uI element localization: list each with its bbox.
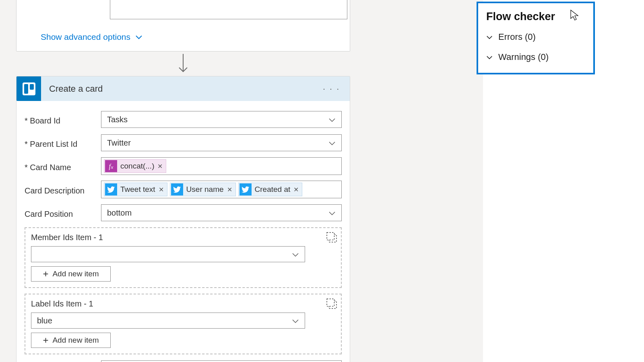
label-ids-group: Label Ids Item - 1 blue + Add new item bbox=[25, 294, 342, 354]
svg-rect-3 bbox=[30, 84, 34, 90]
remove-token-button[interactable]: ✕ bbox=[293, 186, 299, 193]
expression-token-label: concat(...) bbox=[120, 162, 154, 171]
token-label: Created at bbox=[255, 185, 291, 194]
show-advanced-options-link[interactable]: Show advanced options bbox=[41, 32, 142, 42]
svg-rect-2 bbox=[24, 84, 28, 94]
dynamic-token[interactable]: User name ✕ bbox=[170, 183, 236, 196]
cursor-icon bbox=[570, 10, 579, 23]
warnings-section-toggle[interactable]: Warnings (0) bbox=[486, 52, 585, 62]
dynamic-token[interactable]: Tweet text ✕ bbox=[104, 183, 167, 196]
connector-arrow-icon bbox=[177, 54, 189, 76]
board-id-label: Board Id bbox=[25, 114, 101, 125]
source-url-input[interactable]: null bbox=[101, 360, 342, 362]
errors-label: Errors (0) bbox=[498, 32, 536, 42]
flow-canvas: Show advanced options Create a card · · … bbox=[0, 0, 483, 362]
add-item-label: Add new item bbox=[52, 269, 99, 278]
errors-section-toggle[interactable]: Errors (0) bbox=[486, 32, 585, 42]
action-header[interactable]: Create a card · · · bbox=[17, 76, 350, 101]
card-description-input[interactable]: Tweet text ✕ User name ✕ Created at ✕ bbox=[101, 181, 342, 198]
token-label: Tweet text bbox=[120, 185, 155, 194]
chevron-down-icon bbox=[328, 208, 336, 218]
fx-icon bbox=[105, 160, 117, 172]
member-ids-label: Member Ids Item - 1 bbox=[31, 233, 335, 242]
card-position-label: Card Position bbox=[25, 207, 101, 219]
dynamic-token[interactable]: Created at ✕ bbox=[238, 183, 303, 196]
card-name-label: Card Name bbox=[25, 160, 101, 172]
switch-array-mode-button[interactable] bbox=[326, 298, 337, 309]
action-title: Create a card bbox=[41, 84, 320, 94]
card-description-label: Card Description bbox=[25, 184, 101, 195]
remove-token-button[interactable]: ✕ bbox=[227, 186, 232, 193]
chevron-down-icon bbox=[135, 33, 142, 41]
card-position-select[interactable]: bottom bbox=[101, 204, 342, 221]
chevron-down-icon bbox=[486, 33, 493, 41]
parent-list-id-value: Twitter bbox=[107, 138, 328, 148]
trello-icon bbox=[17, 76, 41, 101]
chevron-down-icon bbox=[328, 138, 336, 148]
member-id-item-select[interactable] bbox=[31, 246, 305, 262]
chevron-down-icon bbox=[328, 115, 336, 124]
switch-array-mode-button[interactable] bbox=[326, 232, 337, 243]
twitter-icon bbox=[171, 183, 183, 195]
chevron-down-icon bbox=[486, 53, 493, 62]
svg-rect-5 bbox=[327, 232, 334, 240]
add-label-item-button[interactable]: + Add new item bbox=[31, 333, 111, 348]
advanced-options-label: Show advanced options bbox=[41, 32, 130, 42]
svg-rect-7 bbox=[327, 299, 334, 306]
warnings-label: Warnings (0) bbox=[498, 52, 549, 62]
create-card-action: Create a card · · · Board Id Tasks Paren… bbox=[16, 76, 350, 362]
twitter-icon bbox=[105, 183, 117, 195]
label-id-item-select[interactable]: blue bbox=[31, 313, 305, 329]
expression-token[interactable]: concat(...) ✕ bbox=[104, 159, 166, 173]
board-id-select[interactable]: Tasks bbox=[101, 111, 342, 128]
card-name-input[interactable]: concat(...) ✕ bbox=[101, 157, 342, 175]
chevron-down-icon bbox=[292, 250, 299, 259]
card-position-value: bottom bbox=[107, 208, 328, 218]
prev-field-input[interactable] bbox=[110, 0, 347, 19]
label-id-value: blue bbox=[37, 316, 292, 325]
previous-action-card: Show advanced options bbox=[16, 0, 350, 51]
add-item-label: Add new item bbox=[52, 336, 99, 345]
token-label: User name bbox=[186, 185, 224, 194]
label-ids-label: Label Ids Item - 1 bbox=[31, 299, 335, 309]
parent-list-id-select[interactable]: Twitter bbox=[101, 134, 342, 151]
twitter-icon bbox=[239, 183, 252, 195]
action-menu-button[interactable]: · · · bbox=[320, 82, 343, 96]
plus-icon: + bbox=[43, 335, 48, 346]
remove-token-button[interactable]: ✕ bbox=[159, 186, 164, 193]
parent-list-id-label: Parent List Id bbox=[25, 137, 101, 149]
board-id-value: Tasks bbox=[107, 115, 328, 124]
chevron-down-icon bbox=[292, 316, 299, 325]
member-ids-group: Member Ids Item - 1 + Add new item bbox=[25, 227, 342, 288]
add-member-item-button[interactable]: + Add new item bbox=[31, 266, 111, 282]
remove-token-button[interactable]: ✕ bbox=[157, 162, 163, 170]
plus-icon: + bbox=[43, 268, 48, 280]
